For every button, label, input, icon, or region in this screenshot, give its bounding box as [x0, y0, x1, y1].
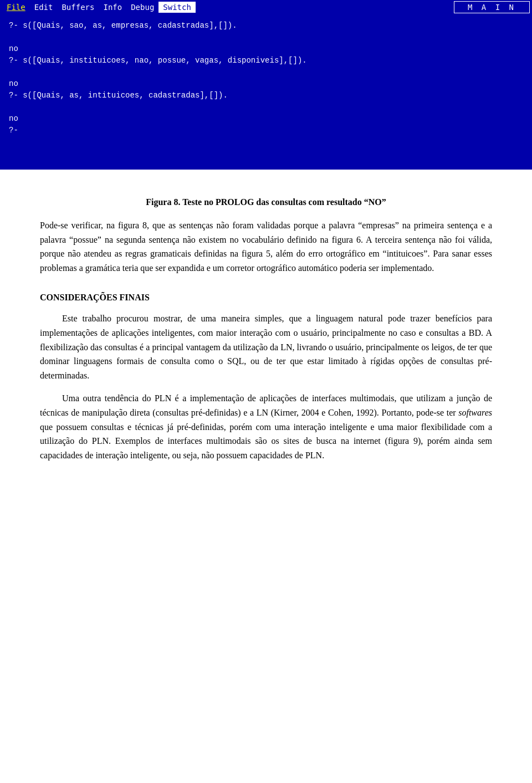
menu-item-switch[interactable]: Switch: [158, 2, 196, 13]
section-paragraph-2: Uma outra tendência do PLN é a implement…: [40, 391, 492, 462]
main-label: M A I N: [454, 1, 530, 13]
menu-bar: File Edit Buffers Info Debug Switch M A …: [0, 0, 532, 14]
terminal-line-6: no: [9, 78, 523, 90]
terminal-line-4: ?- s([Quais, instituicoes, nao, possue, …: [9, 55, 523, 66]
terminal-line-3: no: [9, 43, 523, 55]
paragraph-1: Pode-se verificar, na figura 8, que as s…: [40, 218, 492, 275]
menu-item-edit[interactable]: Edit: [30, 2, 58, 13]
section-paragraph-1: Este trabalho procurou mostrar, de uma m…: [40, 311, 492, 382]
terminal-line-7: ?- s([Quais, as, intituicoes, cadastrada…: [9, 90, 523, 101]
menu-item-debug[interactable]: Debug: [126, 2, 158, 13]
terminal-line-1: ?- s([Quais, sao, as, empresas, cadastra…: [9, 20, 523, 32]
terminal-line-9: no: [9, 113, 523, 125]
document-body: Figura 8. Teste no PROLOG das consultas …: [0, 170, 532, 493]
terminal-line-2: [9, 32, 523, 43]
terminal-section: File Edit Buffers Info Debug Switch M A …: [0, 0, 532, 170]
menu-item-info[interactable]: Info: [99, 2, 126, 13]
terminal-line-10: ?-: [9, 125, 523, 136]
figure-caption: Figura 8. Teste no PROLOG das consultas …: [40, 197, 492, 207]
terminal-line-8: [9, 101, 523, 113]
menu-item-buffers[interactable]: Buffers: [57, 2, 99, 13]
section-heading-consideracoes: CONSIDERAÇÕES FINAIS: [40, 293, 492, 303]
terminal-body: ?- s([Quais, sao, as, empresas, cadastra…: [0, 14, 532, 170]
terminal-line-5: [9, 66, 523, 78]
menu-item-file[interactable]: File: [2, 2, 30, 13]
